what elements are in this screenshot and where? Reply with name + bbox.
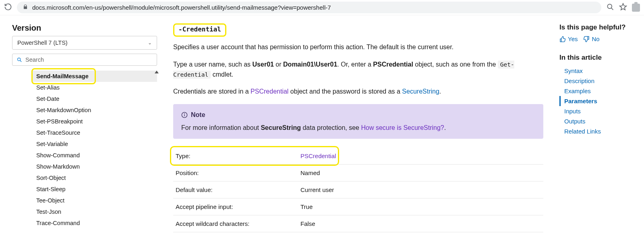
- search-icon: [17, 57, 22, 63]
- table-row: Position: Named: [173, 165, 543, 182]
- note-block: Note For more information about SecureSt…: [173, 104, 543, 139]
- nav-item[interactable]: Set-MarkdownOption: [32, 104, 157, 116]
- search-input[interactable]: Search: [12, 54, 157, 66]
- main-content: -Credential Specifies a user account tha…: [161, 15, 555, 240]
- address-bar[interactable]: docs.microsoft.com/en-us/powershell/modu…: [17, 2, 601, 13]
- toc-item[interactable]: Inputs: [559, 106, 632, 116]
- toc-item[interactable]: Description: [559, 76, 632, 86]
- bold-text: PSCredential: [373, 61, 413, 68]
- toc-list: Syntax Description Examples Parameters I…: [559, 66, 632, 136]
- nav-item[interactable]: Trace-Command: [32, 217, 157, 229]
- paragraph: Credentials are stored in a PSCredential…: [173, 87, 543, 97]
- star-icon[interactable]: [619, 3, 627, 13]
- search-placeholder: Search: [25, 56, 44, 63]
- nav-item[interactable]: Set-Alias: [32, 82, 157, 93]
- svg-line-1: [611, 8, 613, 10]
- bold-text: User01: [253, 61, 274, 68]
- yes-button[interactable]: Yes: [559, 35, 578, 42]
- type-link[interactable]: PSCredential: [300, 152, 336, 159]
- helpful-title: Is this page helpful?: [559, 23, 632, 31]
- parameter-table: Type: PSCredential Position: Named Defau…: [173, 148, 543, 232]
- toc-title: In this article: [559, 54, 632, 62]
- securestring-how-link[interactable]: How secure is SecureString?: [361, 124, 444, 131]
- nav-item[interactable]: Start-Sleep: [32, 184, 157, 195]
- nav-item-send-mailmessage[interactable]: Send-MailMessage: [32, 71, 157, 82]
- note-title: Note: [181, 111, 535, 119]
- table-row: Default value: Current user: [173, 182, 543, 198]
- table-key: Position:: [173, 165, 298, 182]
- toc-item[interactable]: Related Links: [559, 126, 632, 136]
- nav-item[interactable]: Show-Markdown: [32, 161, 157, 172]
- securestring-link[interactable]: SecureString: [402, 88, 439, 95]
- no-button[interactable]: No: [583, 35, 599, 42]
- table-value: True: [298, 198, 543, 215]
- scroll-up-icon[interactable]: [155, 71, 159, 73]
- nav-list: Send-MailMessage Set-Alias Set-Date Set-…: [12, 71, 157, 229]
- table-row: Accept wildcard characters: False: [173, 215, 543, 232]
- svg-point-0: [607, 4, 612, 8]
- note-body: For more information about SecureString …: [181, 124, 535, 131]
- nav-item[interactable]: Sort-Object: [32, 172, 157, 184]
- info-icon: [181, 112, 188, 118]
- table-key: Accept pipeline input:: [173, 198, 298, 215]
- right-sidebar: Is this page helpful? Yes No In this art…: [555, 15, 636, 144]
- bold-text: SecureString: [261, 124, 301, 131]
- table-value: Named: [298, 165, 543, 182]
- thumbs-up-icon: [559, 36, 566, 42]
- table-row: Type: PSCredential: [173, 148, 543, 165]
- pscredential-link[interactable]: PSCredential: [251, 88, 288, 95]
- extension-icon[interactable]: [632, 4, 640, 12]
- nav-item[interactable]: Tee-Object: [32, 195, 157, 206]
- svg-line-4: [20, 61, 22, 62]
- reload-icon[interactable]: [4, 3, 12, 13]
- browser-bar: docs.microsoft.com/en-us/powershell/modu…: [0, 0, 644, 15]
- toc-item[interactable]: Examples: [559, 86, 632, 96]
- nav-item[interactable]: Set-Variable: [32, 138, 157, 150]
- svg-marker-2: [620, 3, 627, 10]
- toc-item[interactable]: Outputs: [559, 116, 632, 126]
- parameter-name: -Credential: [177, 25, 223, 34]
- version-select[interactable]: PowerShell 7 (LTS) ⌄: [12, 36, 157, 50]
- table-key: Accept wildcard characters:: [173, 215, 298, 232]
- feedback-row: Yes No: [559, 35, 632, 42]
- nav-item[interactable]: Set-Date: [32, 93, 157, 104]
- table-row: Accept pipeline input: True: [173, 198, 543, 215]
- table-key: Default value:: [173, 182, 298, 198]
- paragraph: Type a user name, such as User01 or Doma…: [173, 60, 543, 80]
- table-value: Current user: [298, 182, 543, 198]
- highlight-box: -Credential: [173, 23, 226, 37]
- lock-icon: [23, 4, 28, 11]
- toc-item[interactable]: Syntax: [559, 66, 632, 76]
- paragraph: Specifies a user account that has permis…: [173, 42, 543, 52]
- table-value: False: [298, 215, 543, 232]
- bold-text: Domain01\User01: [283, 61, 337, 68]
- left-sidebar: Version PowerShell 7 (LTS) ⌄ Search Send…: [8, 15, 161, 237]
- nav-item[interactable]: Set-PSBreakpoint: [32, 116, 157, 127]
- nav-item[interactable]: Show-Command: [32, 150, 157, 161]
- nav-item[interactable]: Test-Json: [32, 206, 157, 217]
- nav-item[interactable]: Set-TraceSource: [32, 127, 157, 138]
- thumbs-down-icon: [583, 36, 590, 42]
- toc-item[interactable]: Parameters: [559, 96, 632, 106]
- chevron-down-icon: ⌄: [148, 40, 152, 46]
- version-label: Version: [12, 23, 157, 33]
- url-text: docs.microsoft.com/en-us/powershell/modu…: [32, 4, 331, 11]
- zoom-icon[interactable]: [606, 3, 614, 13]
- svg-point-7: [184, 114, 185, 114]
- svg-point-3: [18, 58, 21, 61]
- version-value: PowerShell 7 (LTS): [17, 40, 68, 46]
- table-key: Type:: [173, 148, 298, 165]
